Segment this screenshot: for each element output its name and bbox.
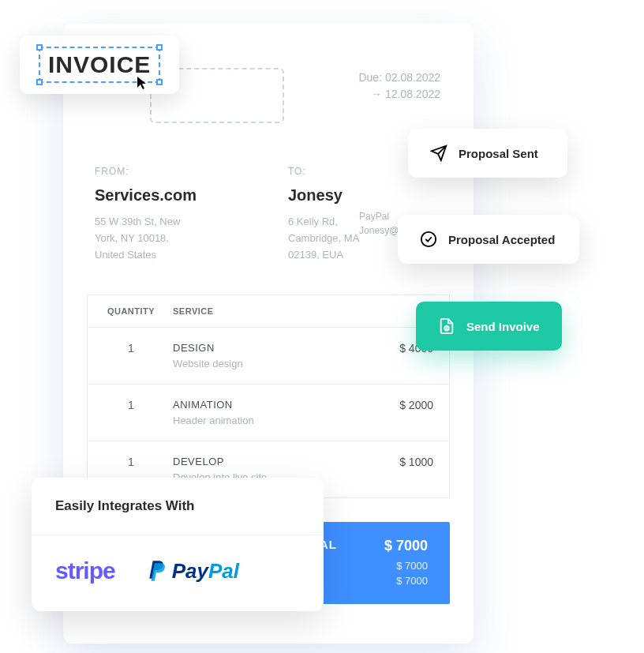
due-dates: Due: 02.08.2022 → 12.08.2022 bbox=[358, 69, 440, 103]
proposal-sent-text: Proposal Sent bbox=[459, 147, 538, 160]
table-header: QUANTITY SERVICE bbox=[88, 295, 449, 328]
stripe-logo: stripe bbox=[55, 557, 115, 584]
item-price: $ 2000 bbox=[346, 399, 433, 411]
due-date: Due: 02.08.2022 bbox=[358, 69, 440, 86]
item-price: $ 1000 bbox=[346, 456, 433, 468]
paypal-icon bbox=[147, 559, 167, 583]
proposal-accepted-card: Proposal Accepted bbox=[398, 215, 579, 264]
from-address: 55 W 39th St, New York, NY 10018, United… bbox=[95, 214, 249, 263]
to-name: Jonesy bbox=[288, 186, 442, 205]
proposal-accepted-text: Proposal Accepted bbox=[448, 233, 555, 246]
header-quantity: QUANTITY bbox=[103, 306, 159, 316]
from-label: FROM: bbox=[95, 166, 249, 177]
subtotal: $ 7000 bbox=[384, 574, 428, 588]
integrations-title: Easily Integrates With bbox=[32, 478, 324, 535]
integrations-card: Easily Integrates With stripe PayPal bbox=[32, 478, 324, 611]
subtotal: $ 7000 bbox=[384, 559, 428, 573]
paypal-logo: PayPal bbox=[147, 559, 239, 584]
svg-point-0 bbox=[421, 232, 436, 246]
resize-handle[interactable] bbox=[36, 44, 43, 51]
total-values: $ 7000 $ 7000 $ 7000 bbox=[384, 538, 428, 587]
send-invoice-button[interactable]: Send Invoive bbox=[416, 302, 562, 351]
service-name: DEVELOP bbox=[173, 456, 346, 467]
table-row: 1 DESIGN Website design $ 4000 bbox=[88, 328, 449, 385]
resize-handle[interactable] bbox=[156, 44, 163, 51]
from-block: FROM: Services.com 55 W 39th St, New Yor… bbox=[95, 166, 249, 263]
cursor-icon bbox=[135, 75, 151, 91]
resize-handle[interactable] bbox=[36, 79, 43, 85]
due-extended: → 12.08.2022 bbox=[358, 86, 440, 103]
integrations-logos: stripe PayPal bbox=[32, 535, 324, 611]
service-desc: Header animation bbox=[173, 415, 346, 426]
paypal-text: PayPal bbox=[172, 559, 239, 584]
invoice-title-badge[interactable]: INVOICE bbox=[20, 36, 179, 94]
header-service: SERVICE bbox=[159, 306, 346, 316]
send-icon bbox=[430, 144, 447, 162]
service-name: DESIGN bbox=[173, 342, 346, 354]
invoice-title[interactable]: INVOICE bbox=[48, 51, 151, 77]
from-name: Services.com bbox=[95, 186, 249, 205]
proposal-sent-card: Proposal Sent bbox=[408, 129, 567, 178]
check-circle-icon bbox=[420, 231, 437, 248]
items-table: QUANTITY SERVICE 1 DESIGN Website design… bbox=[87, 295, 450, 498]
service-name: ANIMATION bbox=[173, 399, 346, 411]
service-desc: Website design bbox=[173, 358, 346, 370]
selection-box: INVOICE bbox=[39, 47, 160, 83]
total-main: $ 7000 bbox=[384, 538, 428, 554]
invoice-file-icon bbox=[438, 317, 455, 335]
send-invoice-label: Send Invoive bbox=[466, 320, 540, 333]
table-row: 1 ANIMATION Header animation $ 2000 bbox=[88, 385, 449, 441]
resize-handle[interactable] bbox=[156, 79, 163, 85]
